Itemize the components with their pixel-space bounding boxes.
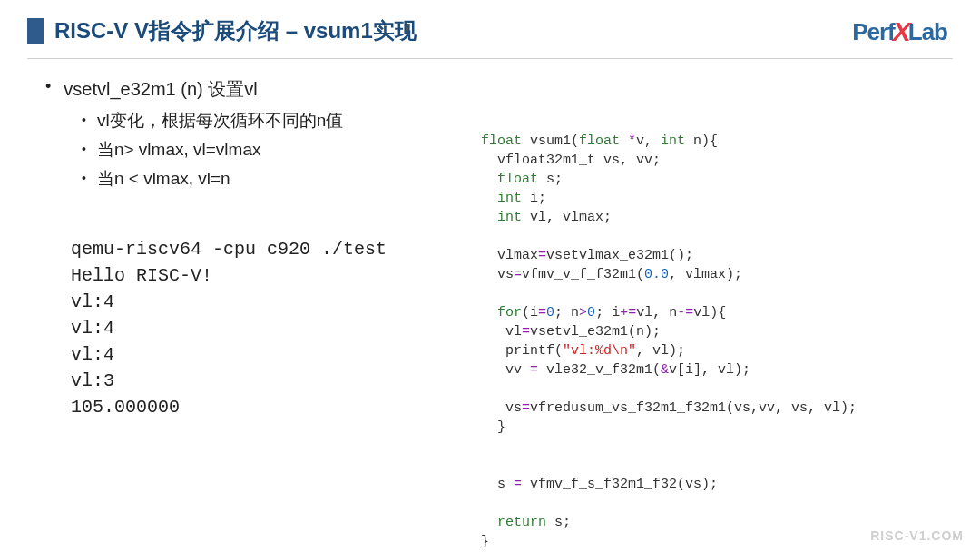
code-num: 0	[587, 305, 595, 320]
code-str: "vl:%d\n"	[563, 343, 636, 359]
code-txt	[620, 133, 628, 149]
right-column: float vsum1(float *v, int n){ vfloat32m1…	[463, 77, 953, 551]
code-txt	[481, 191, 497, 206]
code-txt: vl, n	[636, 305, 677, 320]
bullet-dot: •	[45, 77, 51, 96]
code-txt: }	[481, 419, 505, 435]
code-op: =	[530, 362, 538, 378]
code-txt: ; i	[595, 305, 620, 320]
code-kw: int	[661, 133, 685, 149]
term-line: vl:4	[71, 291, 114, 312]
bullet-dot: •	[82, 142, 86, 156]
code-txt: v,	[636, 133, 661, 149]
left-column: • vsetvl_e32m1 (n) 设置vl • vl变化，根据每次循环不同的…	[27, 77, 463, 551]
code-op: =	[514, 267, 522, 282]
code-txt: vsum1(	[522, 133, 579, 149]
code-txt: vl	[481, 324, 522, 340]
code-txt: , vlmax);	[669, 267, 742, 282]
code-block: float vsum1(float *v, int n){ vfloat32m1…	[481, 132, 953, 551]
code-txt: printf(	[481, 343, 563, 359]
code-txt: vfmv_v_f_f32m1(	[522, 267, 644, 282]
code-op: =	[522, 324, 530, 340]
code-txt	[481, 515, 497, 530]
bullet-sub1-text: vl变化，根据每次循环不同的n值	[97, 109, 343, 133]
term-line: vl:3	[71, 370, 114, 391]
bullet-main: • vsetvl_e32m1 (n) 设置vl	[45, 77, 463, 102]
code-txt: v[i], vl);	[669, 362, 750, 378]
code-txt	[481, 172, 497, 187]
code-txt: n){	[685, 133, 718, 149]
code-txt: s;	[538, 172, 563, 187]
logo-part2: Lab	[908, 18, 947, 46]
perfxlab-logo: PerfXLab	[852, 16, 947, 47]
code-txt: vle32_v_f32m1(	[538, 362, 661, 378]
code-txt: }	[481, 534, 489, 549]
logo-part1: Perf	[852, 18, 895, 46]
code-txt: vfmv_f_s_f32m1_f32(vs);	[522, 477, 718, 492]
title-accent-bar	[27, 18, 44, 44]
code-kw: int	[497, 210, 522, 225]
term-line: qemu-riscv64 -cpu c920 ./test	[71, 239, 387, 260]
code-txt: vv	[481, 362, 530, 378]
code-txt: vsetvlmax_e32m1();	[546, 248, 693, 263]
slide-title: RISC-V V指令扩展介绍 – vsum1实现	[54, 16, 416, 45]
bullet-sub2: • 当n> vlmax, vl=vlmax	[82, 138, 463, 162]
bullet-sub1: • vl变化，根据每次循环不同的n值	[82, 109, 463, 133]
code-op: =	[514, 477, 522, 492]
code-num: 0	[546, 305, 554, 320]
code-txt: vs	[481, 400, 522, 416]
watermark: RISC-V1.COM	[870, 528, 964, 543]
bullet-sub2-text: 当n> vlmax, vl=vlmax	[97, 138, 261, 162]
term-line: 105.000000	[71, 397, 180, 418]
code-kw: int	[497, 191, 522, 206]
code-txt: vfloat32m1_t vs, vv;	[481, 153, 661, 168]
code-txt: ; n	[554, 305, 579, 320]
code-txt: vl, vlmax;	[522, 210, 612, 225]
code-txt: vsetvl_e32m1(n);	[530, 324, 661, 340]
code-txt: vlmax	[481, 248, 538, 263]
code-txt: i;	[522, 191, 546, 206]
code-txt	[481, 305, 497, 320]
code-op: =	[538, 305, 546, 320]
code-kw: float	[497, 172, 538, 187]
term-line: vl:4	[71, 344, 114, 365]
code-txt: vl){	[693, 305, 726, 320]
code-op: +=	[620, 305, 636, 320]
code-txt: s;	[546, 515, 571, 530]
content-area: • vsetvl_e32m1 (n) 设置vl • vl变化，根据每次循环不同的…	[0, 59, 980, 551]
term-line: Hello RISC-V!	[71, 265, 212, 286]
code-kw: float	[579, 133, 620, 149]
bullet-sub3: • 当n < vlmax, vl=n	[82, 167, 463, 191]
terminal-output: qemu-riscv64 -cpu c920 ./test Hello RISC…	[71, 236, 463, 420]
code-txt: (i	[522, 305, 538, 320]
code-kw: return	[497, 515, 546, 530]
code-op: =	[538, 248, 546, 263]
code-op: -=	[677, 305, 693, 320]
bullet-dot: •	[82, 171, 86, 185]
code-num: 0.0	[644, 267, 669, 282]
bullet-sub3-text: 当n < vlmax, vl=n	[97, 167, 230, 191]
code-txt: , vl);	[636, 343, 685, 359]
code-kw: float	[481, 133, 522, 149]
code-op: &	[661, 362, 669, 378]
code-op: =	[522, 400, 530, 416]
code-txt: s	[481, 477, 514, 492]
bullet-dot: •	[82, 113, 86, 127]
bullet-main-text: vsetvl_e32m1 (n) 设置vl	[64, 77, 257, 102]
code-op: >	[579, 305, 587, 320]
code-txt: vs	[481, 267, 514, 282]
code-txt	[481, 210, 497, 225]
code-kw: for	[497, 305, 522, 320]
code-op: *	[628, 133, 636, 149]
code-txt: vfredusum_vs_f32m1_f32m1(vs,vv, vs, vl);	[530, 400, 857, 416]
term-line: vl:4	[71, 318, 114, 339]
